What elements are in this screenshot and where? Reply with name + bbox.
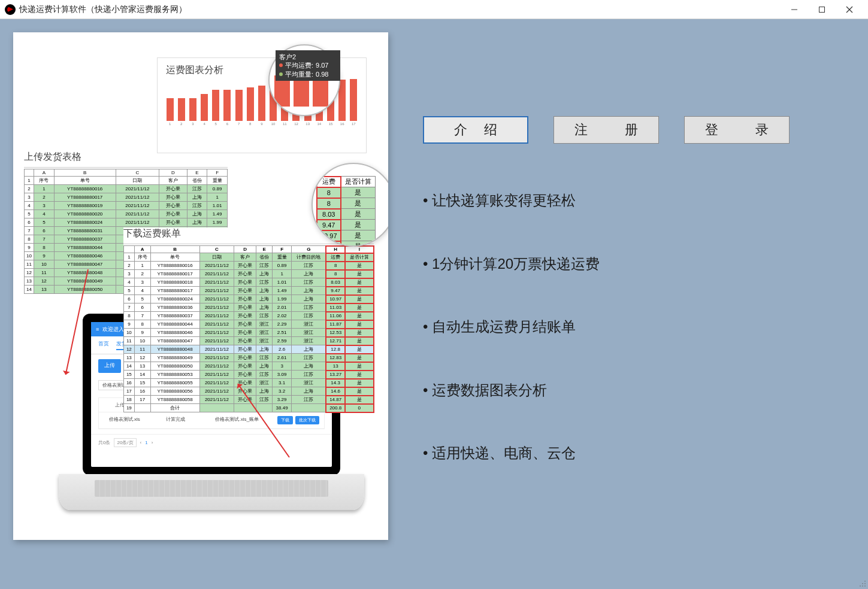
svg-rect-1: [819, 7, 825, 12]
feature-item: 运费数据图表分析: [423, 380, 833, 400]
feature-item: 让快递算账变得更轻松: [423, 190, 833, 211]
feature-item: 自动生成运费月结账单: [423, 317, 833, 337]
svg-point-4: [864, 581, 866, 582]
tab-intro[interactable]: 介绍: [423, 116, 528, 144]
feature-item: 1分钟计算20万票快递运费: [423, 254, 833, 274]
svg-point-9: [864, 585, 866, 587]
svg-point-5: [862, 583, 863, 584]
window-title: 快递运费计算软件（快递小管家运费服务网）: [19, 4, 187, 15]
maximize-button[interactable]: [808, 1, 836, 19]
resize-grip-icon[interactable]: [858, 579, 866, 587]
magnifier-bill: 运费是否计算8是8是8.03是9.47是10.97是11.03是11.06是: [311, 163, 388, 247]
bill-table: ABCDEFGHI1序号单号日期客户省份重量计费目的地运费是否计算21YT888…: [123, 245, 374, 412]
upload-title: 上传发货表格: [24, 151, 228, 168]
titlebar: 快递运费计算软件（快递小管家运费服务网）: [0, 0, 868, 19]
close-button[interactable]: [836, 1, 863, 19]
tab-login[interactable]: 登 录: [684, 116, 790, 144]
svg-point-7: [860, 585, 861, 587]
tooltip-customer: 客户2: [279, 53, 337, 61]
chart-tooltip: 客户2 平均运费: 9.07 平均重量: 0.98: [276, 50, 340, 81]
main-tabs: 介绍 注 册 登 录: [423, 116, 833, 144]
promo-illustration: 运费图表分析 1234567891011121314151617 客户2 平均运…: [13, 32, 388, 540]
feature-item: 适用快递、电商、云仓: [423, 443, 833, 463]
svg-point-8: [862, 585, 863, 587]
feature-list: 让快递算账变得更轻松1分钟计算20万票快递运费自动生成运费月结账单运费数据图表分…: [423, 190, 833, 463]
tab-register[interactable]: 注 册: [554, 116, 659, 144]
svg-point-6: [864, 583, 866, 584]
app-icon: [5, 4, 16, 15]
laptop-tab-home: 首页: [98, 340, 109, 350]
laptop-btn-upload: 上传: [98, 359, 121, 373]
download-section: 下载运费账单 ABCDEFGHI1序号单号日期客户省份重量计费目的地运费是否计算…: [123, 227, 374, 412]
minimize-button[interactable]: [781, 1, 808, 19]
